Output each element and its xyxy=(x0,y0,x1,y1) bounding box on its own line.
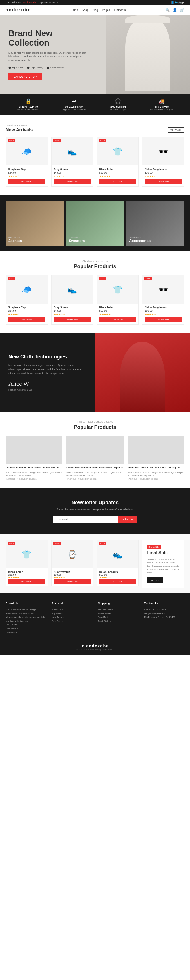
category-jackets[interactable]: 447 articles Jackets xyxy=(6,200,64,246)
blog-excerpt: Mauris vitae ultrices leo integer malesu… xyxy=(6,471,62,477)
cloth-tech-description: Mauris vitae ultrices leo integer malesu… xyxy=(8,363,87,375)
returns-icon: ↩ xyxy=(62,98,86,104)
cloth-tech-section: New Cloth Technologies Mauris vitae ultr… xyxy=(0,333,190,412)
product-card: SALE 🧢 Snapback Cap $24.00 ★★★★☆ Add to … xyxy=(6,275,48,325)
footer-link[interactable]: Track Orders xyxy=(98,619,139,623)
product-price: $49.00 xyxy=(54,310,91,312)
product-info: Black T-shirt $29.00 ★★★★★ Add to cart xyxy=(97,165,139,186)
nav-blog[interactable]: Blog xyxy=(92,8,98,11)
category-name: Accessories xyxy=(129,239,151,243)
sale-product-name: Color Sneakers xyxy=(99,571,137,573)
footer-link[interactable]: Royal Mail xyxy=(98,615,139,619)
newsletter-description: Subscribe to receive emails on new produ… xyxy=(6,508,184,511)
nav-icons: 🔍 👤 🛒 xyxy=(165,8,184,12)
final-sale-tag: BIG SALE! xyxy=(147,545,161,549)
sale-badge: SALE xyxy=(8,542,16,545)
footer-link[interactable]: First Post Price xyxy=(98,608,139,612)
add-to-cart-button[interactable]: Add to cart xyxy=(145,317,182,322)
footer-link[interactable]: My Account xyxy=(52,608,92,612)
hero-section: Brand New Collection Mauris nibh volutpa… xyxy=(0,15,190,94)
free-delivery-title: Free Delivery xyxy=(150,105,173,108)
blog-meta: 4 ARTICLE | NOVEMBER 19, 2021 xyxy=(66,478,123,480)
nav-links: Home Shop Blog Pages Elements xyxy=(70,8,126,11)
blog-post-title: Condimentum Utreonenim Vertibulum Dapibu… xyxy=(66,466,123,469)
sale-product-card: SALE ⌚ Quartz Watch $89.00 ★★★★☆ Add to … xyxy=(51,540,93,586)
sale-product-card: SALE 👟 Color Sneakers $55.00 ★★★☆☆ Add t… xyxy=(97,540,139,586)
newsletter-form: Subscribe xyxy=(53,516,137,523)
add-to-cart-button[interactable]: Add to cart xyxy=(99,579,137,584)
add-to-cart-button[interactable]: Add to cart xyxy=(8,317,45,322)
product-name: Nylon Sunglasses xyxy=(145,168,182,170)
footer-contact: Contact Us Phone: 012-345-6789 info@ande… xyxy=(144,602,184,635)
category-count: 345 articles xyxy=(129,236,151,239)
product-card: 👟 Grey Shoes $49.00 ★★★☆☆ Add to cart xyxy=(51,275,93,325)
feature-delivery: ⬤ Free Delivery xyxy=(47,67,64,69)
hero-features: ⬤ Top Brands ⬤ High Quality ⬤ Free Deliv… xyxy=(8,67,87,69)
secure-payment-title: Secure Payment xyxy=(17,105,40,108)
sale-product-name: Quartz Watch xyxy=(54,571,91,573)
add-to-cart-button[interactable]: Add to cart xyxy=(54,317,91,322)
sale-product-price: $55.00 xyxy=(99,573,137,576)
product-badge: SALE xyxy=(8,277,16,280)
sale-product-rating: ★★★★☆ xyxy=(54,576,91,579)
nav-elements[interactable]: Elements xyxy=(114,8,126,11)
footer-shipping-title: Shipping xyxy=(98,602,139,605)
blog-card: Condimentum Utreonenim Vertibulum Dapibu… xyxy=(66,436,123,480)
nav-pages[interactable]: Pages xyxy=(102,8,110,11)
footer-link[interactable]: Top Sellers xyxy=(52,612,92,616)
feature-returns: ↩ 30 Days Return If goods have problems xyxy=(62,98,86,111)
category-placeholder: 447 articles Jackets xyxy=(6,200,64,246)
add-to-cart-button[interactable]: Add to cart xyxy=(99,179,137,184)
secure-payment-icon: 🔒 xyxy=(17,98,40,104)
cloth-tech-image xyxy=(95,333,190,412)
cloth-tech-title: New Cloth Technologies xyxy=(8,354,87,360)
newsletter-subscribe-button[interactable]: Subscribe xyxy=(118,516,137,523)
blog-grid: Libentis Elementum Vüstillas Pulvite Mau… xyxy=(6,436,184,480)
cart-icon[interactable]: 🛒 xyxy=(180,8,184,12)
footer-link[interactable]: Contact Us xyxy=(6,631,46,635)
nav-home[interactable]: Home xyxy=(70,8,78,11)
add-to-cart-button[interactable]: Add to cart xyxy=(8,579,45,584)
cloth-tech-author: Fashion Authority, CEO xyxy=(8,388,87,391)
newsletter-email-input[interactable] xyxy=(53,516,118,523)
footer-link[interactable]: Parcel Force xyxy=(98,612,139,616)
hero-description: Mauris nibh volutpat eros tristique impe… xyxy=(8,51,87,63)
product-info: Grey Shoes $49.00 ★★★☆☆ Add to cart xyxy=(51,304,93,325)
product-price: $29.00 xyxy=(99,171,137,174)
add-to-cart-button[interactable]: Add to cart xyxy=(145,179,182,184)
product-name: Black T-shirt xyxy=(99,168,137,170)
add-to-cart-button[interactable]: Add to cart xyxy=(54,179,91,184)
add-to-cart-button[interactable]: Add to cart xyxy=(99,317,137,322)
free-delivery-sub: For all orders over $99 xyxy=(150,108,173,111)
add-to-cart-button[interactable]: Add to cart xyxy=(8,179,45,184)
features-bar: 🔒 Secure Payment 100% secure payment ↩ 3… xyxy=(0,94,190,115)
blog-post-title: Libentis Elementum Vüstillas Pulvite Mau… xyxy=(6,466,62,469)
footer-link[interactable]: New Arrivals xyxy=(52,615,92,619)
footer-grid: About Us Mauris vitae ultrices leo integ… xyxy=(6,602,184,635)
search-icon[interactable]: 🔍 xyxy=(165,8,170,12)
product-rating: ★★★★★ xyxy=(99,175,137,178)
category-sweaters[interactable]: 398 articles Sweaters xyxy=(66,200,124,246)
product-name: Nylon Sunglasses xyxy=(145,306,182,309)
nav-shop[interactable]: Shop xyxy=(82,8,88,11)
free-delivery-icon: 🚚 xyxy=(150,98,173,104)
footer-link[interactable]: Top Brands xyxy=(6,623,46,627)
user-icon[interactable]: 👤 xyxy=(172,8,177,12)
hero-title: Brand New Collection xyxy=(8,29,87,48)
footer-copyright: © 2021 Andezobe. All rights reserved. xyxy=(6,648,184,651)
product-card: 🕶️ Nylon Sunglasses $19.00 ★★★★☆ Add to … xyxy=(142,137,184,186)
final-sale-all-items-button[interactable]: All Items xyxy=(147,578,163,583)
promo-link[interactable]: fashion sale xyxy=(22,1,36,4)
final-sale-title: Final Sale xyxy=(147,550,180,555)
new-arrivals-breadcrumb: Home / New products xyxy=(6,124,184,126)
new-arrivals-view-all[interactable]: VIEW ALL xyxy=(168,127,184,132)
footer-link[interactable]: New Arrivals xyxy=(6,627,46,631)
feature-free-delivery: 🚚 Free Delivery For all orders over $99 xyxy=(150,98,173,111)
footer-link[interactable]: Best Deals xyxy=(52,619,92,623)
explore-shop-button[interactable]: EXPLORE SHOP xyxy=(8,73,42,80)
category-accessories[interactable]: 345 articles Accessories xyxy=(126,200,184,246)
support-title: 24/7 Support xyxy=(109,105,127,108)
secure-payment-sub: 100% secure payment xyxy=(17,108,40,111)
add-to-cart-button[interactable]: Add to cart xyxy=(54,579,91,584)
product-info: Snapback Cap $24.00 ★★★★☆ Add to cart xyxy=(6,304,48,325)
